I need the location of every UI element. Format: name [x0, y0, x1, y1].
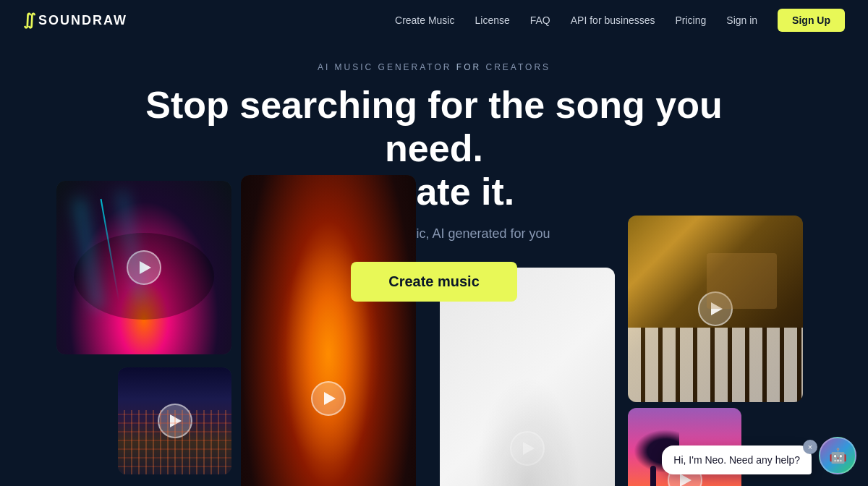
play-icon-concert: [140, 261, 151, 274]
chat-avatar-icon: 🤖: [829, 447, 847, 464]
gallery-item-concert: [56, 181, 231, 354]
hero-tag-post: CREATORS: [486, 62, 551, 72]
hero-title-line1: Stop searching for the song you need.: [145, 84, 722, 169]
concert-image: [56, 181, 231, 354]
chat-widget: × Hi, I'm Neo. Need any help? 🤖: [662, 437, 856, 474]
play-icon-city: [170, 414, 182, 427]
nav-links: Create Music License FAQ API for busines…: [395, 9, 845, 32]
gallery-item-piano: [628, 216, 803, 402]
play-icon-palm: [680, 474, 692, 486]
chat-close-button[interactable]: ×: [803, 440, 817, 454]
nav-faq[interactable]: FAQ: [530, 14, 550, 26]
logo[interactable]: ∬ SOUNDRAW: [23, 11, 127, 30]
play-button-piano[interactable]: [698, 291, 733, 326]
chat-bubble-text: Hi, I'm Neo. Need any help?: [673, 454, 800, 466]
logo-text: SOUNDRAW: [38, 13, 127, 28]
logo-icon: ∬: [23, 11, 34, 30]
nav-create-music[interactable]: Create Music: [395, 14, 454, 26]
play-icon-dj: [324, 392, 336, 405]
hero-tag: AI MUSIC GENERATOR FOR CREATORS: [318, 62, 550, 72]
hero-tag-pre: AI MUSIC GENERATOR: [318, 62, 452, 72]
dj-image: [241, 175, 416, 486]
create-music-button[interactable]: Create music: [351, 262, 517, 302]
play-icon-piano: [711, 302, 723, 315]
piano-image: [628, 216, 803, 402]
play-button-city[interactable]: [158, 404, 192, 438]
chat-avatar[interactable]: 🤖: [819, 437, 856, 474]
gallery-item-city: [118, 367, 231, 474]
play-button-dj[interactable]: [311, 381, 346, 416]
nav-pricing[interactable]: Pricing: [676, 14, 707, 26]
signin-button[interactable]: Sign in: [726, 14, 757, 26]
city-image: [118, 367, 231, 474]
hero-tag-mid: FOR: [456, 62, 486, 72]
navbar: ∬ SOUNDRAW Create Music License FAQ API …: [0, 0, 868, 40]
signup-button[interactable]: Sign Up: [778, 9, 845, 32]
play-button-concert[interactable]: [127, 250, 161, 285]
play-button-dancer[interactable]: [510, 431, 545, 466]
nav-api[interactable]: API for businesses: [571, 14, 655, 26]
chat-bubble: × Hi, I'm Neo. Need any help?: [662, 446, 812, 474]
gallery-item-dj: [241, 175, 416, 486]
play-icon-dancer: [523, 442, 535, 455]
nav-license[interactable]: License: [475, 14, 509, 26]
